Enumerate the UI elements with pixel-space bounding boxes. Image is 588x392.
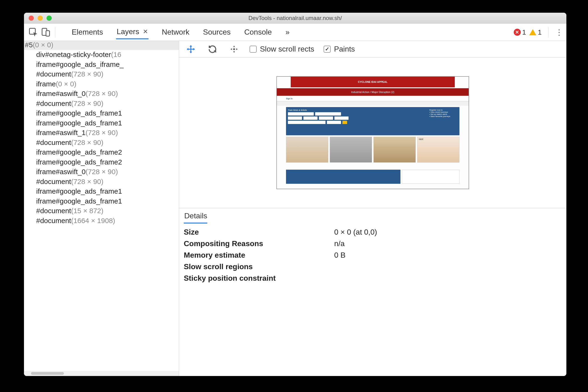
layer-preview-viewport[interactable]: CYCLONE IDAI APPEAL Industrial Action / … (179, 58, 566, 208)
layer-dim: (728 × 90) (71, 178, 103, 186)
separator (548, 27, 549, 38)
tab-console[interactable]: Console (244, 26, 272, 39)
layer-tree-item[interactable]: #document(728 × 90) (24, 177, 179, 186)
tabs-overflow-button[interactable]: » (285, 26, 290, 39)
checkbox-label: Slow scroll rects (260, 45, 314, 54)
details-key: Sticky position constraint (184, 274, 334, 282)
devtools-window: DevTools - nationalrail.umaar.now.sh/ El… (24, 13, 566, 376)
panel-body: #5(0 × 0) div#onetag-sticky-footer(16ifr… (24, 41, 566, 376)
error-count: 1 (522, 28, 526, 36)
scrollbar-thumb[interactable] (31, 372, 64, 375)
layer-tree-item[interactable]: iframe#google_ads_frame2 (24, 157, 179, 167)
warning-count: 1 (538, 28, 542, 36)
layer-tree-item[interactable]: iframe#aswift_0(728 × 90) (24, 89, 179, 98)
slow-scroll-checkbox-row[interactable]: Slow scroll rects (250, 45, 314, 54)
layer-label: iframe#google_ads_frame1 (36, 119, 122, 127)
details-value: 0 × 0 (at 0,0) (334, 228, 562, 236)
layer-dim: (0 × 0) (56, 80, 76, 88)
details-key: Size (184, 228, 334, 236)
error-count-badge[interactable]: ✕ 1 (514, 28, 526, 36)
layer-label: #document (36, 70, 71, 78)
tab-network[interactable]: Network (161, 26, 190, 39)
details-grid: Size0 × 0 (at 0,0)Compositing Reasonsn/a… (184, 228, 562, 282)
checkbox-label: Paints (334, 45, 355, 54)
layer-tree-item[interactable]: div#onetag-sticky-footer(16 (24, 50, 179, 60)
layer-dim: (1664 × 1908) (71, 217, 115, 224)
layer-dim: (728 × 90) (71, 138, 103, 146)
layer-label: iframe#google_ads_frame2 (36, 148, 122, 156)
layer-tree-item[interactable]: #document(728 × 90) (24, 98, 179, 108)
toggle-device-toolbar-icon[interactable] (39, 26, 52, 38)
checkbox-icon[interactable] (324, 46, 331, 53)
layer-label: iframe#google_ads_frame1 (36, 187, 122, 195)
layer-tree-list[interactable]: div#onetag-sticky-footer(16iframe#google… (24, 50, 179, 371)
details-value (334, 274, 562, 282)
reset-view-icon[interactable] (228, 43, 240, 55)
layers-toolbar: Slow scroll rects Paints (179, 41, 566, 58)
layer-dim: (728 × 90) (86, 168, 118, 176)
separator (55, 27, 55, 38)
layer-dim: (728 × 90) (71, 70, 103, 78)
layer-tree-item[interactable]: #document(728 × 90) (24, 138, 179, 148)
layer-tree-item[interactable]: iframe#aswift_1(728 × 90) (24, 128, 179, 138)
inspect-element-icon[interactable] (27, 26, 39, 38)
layer-label: #document (36, 207, 71, 214)
layer-dim: (16 (111, 50, 121, 58)
close-icon[interactable]: ✕ (143, 28, 148, 35)
tab-label: Elements (72, 28, 103, 36)
layer-tree-item[interactable]: #document(728 × 90) (24, 69, 179, 79)
pan-mode-icon[interactable] (185, 43, 197, 55)
layers-main: Slow scroll rects Paints CYCLONE IDAI AP… (179, 41, 566, 376)
layer-tree-item[interactable]: iframe#google_ads_frame1 (24, 196, 179, 206)
layer-label: iframe#aswift_0 (36, 168, 86, 176)
panel-tabs: Elements Layers ✕ Network Sources Consol… (71, 25, 290, 39)
layer-label: div#onetag-sticky-footer (36, 50, 111, 58)
layer-tree-item[interactable]: iframe#google_ads_frame2 (24, 147, 179, 157)
warning-count-badge[interactable]: 1 (529, 28, 542, 36)
titlebar: DevTools - nationalrail.umaar.now.sh/ (24, 13, 566, 24)
details-key: Memory estimate (184, 251, 334, 260)
layer-dim: (15 × 872) (71, 207, 103, 214)
tab-sources[interactable]: Sources (202, 26, 231, 39)
layer-label: iframe#aswift_0 (36, 90, 86, 98)
layer-tree-item[interactable]: iframe#google_ads_frame1 (24, 118, 179, 128)
layer-label: #5 (25, 41, 33, 49)
checkbox-icon[interactable] (250, 46, 257, 53)
kebab-menu-icon[interactable]: ⋮ (555, 28, 563, 36)
details-panel: Details Size0 × 0 (at 0,0)Compositing Re… (179, 208, 566, 376)
details-value: 0 B (334, 251, 562, 260)
layer-label: iframe#google_ads_frame1 (36, 197, 122, 205)
layer-tree-selected-row[interactable]: #5(0 × 0) (24, 41, 179, 50)
layer-label: #document (36, 138, 71, 146)
tab-layers[interactable]: Layers ✕ (116, 25, 149, 39)
thumbnail-hero: Train times & tickets Register now to:• … (286, 107, 459, 135)
layer-tree-item[interactable]: iframe#google_ads_frame1 (24, 186, 179, 196)
layer-label: iframe#google_ads_frame2 (36, 158, 122, 166)
layer-dim: (728 × 90) (86, 90, 118, 98)
layer-dim: (728 × 90) (86, 129, 118, 136)
thumbnail-nav: Sign in (277, 96, 469, 102)
layer-tree-item[interactable]: iframe(0 × 0) (24, 79, 179, 89)
layer-tree-item[interactable]: iframe#google_ads_frame1 (24, 108, 179, 118)
rotate-mode-icon[interactable] (206, 43, 218, 55)
paints-checkbox-row[interactable]: Paints (324, 45, 355, 54)
chevron-overflow-icon: » (286, 28, 290, 36)
thumbnail-subnav (277, 102, 469, 106)
tab-label: Sources (203, 28, 230, 36)
thumbnail-bottom-row (286, 170, 459, 184)
details-tab[interactable]: Details (184, 212, 207, 224)
page-thumbnail: CYCLONE IDAI APPEAL Industrial Action / … (276, 76, 469, 189)
layer-tree-sidebar: #5(0 × 0) div#onetag-sticky-footer(16ifr… (24, 41, 179, 376)
devtools-toolbar: Elements Layers ✕ Network Sources Consol… (24, 24, 566, 41)
thumbnail-banner: CYCLONE IDAI APPEAL (291, 76, 455, 87)
horizontal-scrollbar[interactable] (24, 371, 179, 376)
toolbar-right: ✕ 1 1 ⋮ (514, 27, 563, 38)
details-value (334, 262, 562, 271)
layer-tree-item[interactable]: #document(1664 × 1908) (24, 216, 179, 226)
layer-tree-item[interactable]: iframe#google_ads_iframe_ (24, 60, 179, 70)
layer-tree-item[interactable]: iframe#aswift_0(728 × 90) (24, 167, 179, 177)
tab-elements[interactable]: Elements (71, 26, 103, 39)
layer-label: iframe (36, 80, 56, 88)
layer-tree-item[interactable]: #document(15 × 872) (24, 206, 179, 216)
thumbnail-card-row (286, 137, 459, 162)
